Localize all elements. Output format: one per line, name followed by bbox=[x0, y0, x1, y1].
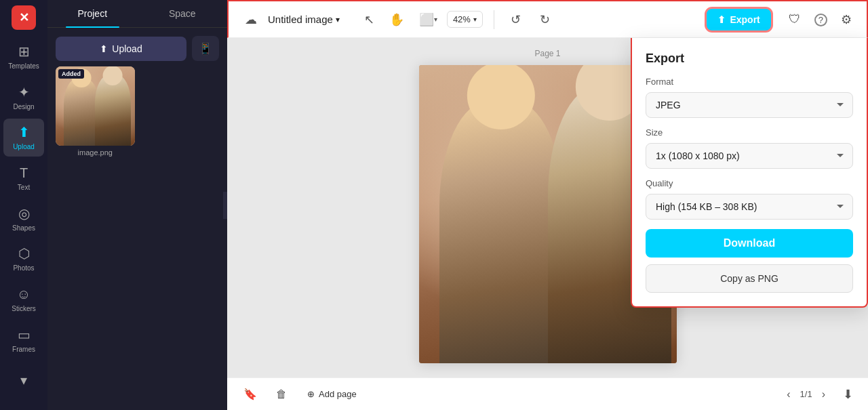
frames-icon: ▭ bbox=[18, 327, 31, 343]
image-card-inner: Added bbox=[56, 66, 135, 146]
sidebar-collapse-btn[interactable]: ▾ bbox=[3, 361, 44, 399]
image-filename: image.png bbox=[56, 148, 135, 157]
person-left-figure bbox=[64, 78, 99, 145]
mobile-icon: 📱 bbox=[199, 43, 212, 54]
redo-icon: ↻ bbox=[540, 13, 550, 26]
sidebar-item-shapes[interactable]: ◎ Shapes bbox=[3, 199, 44, 237]
add-page-label: Add page bbox=[319, 389, 357, 399]
redo-button[interactable]: ↻ bbox=[534, 8, 555, 31]
sidebar-item-text[interactable]: T Text bbox=[3, 159, 44, 197]
shapes-icon: ◎ bbox=[18, 205, 30, 222]
tab-space[interactable]: Space bbox=[138, 0, 228, 27]
download-button[interactable]: Download bbox=[646, 229, 853, 258]
image-grid: Added image.png bbox=[56, 66, 219, 157]
prev-page-icon: ‹ bbox=[787, 388, 790, 400]
sidebar-item-templates[interactable]: ⊞ Templates bbox=[3, 38, 44, 76]
download-icon: ⬇ bbox=[843, 388, 853, 401]
page-counter: 1/1 bbox=[800, 389, 812, 399]
sidebar-item-label: Photos bbox=[13, 264, 34, 272]
chevron-down-icon: ▾ bbox=[20, 372, 27, 388]
size-label: Size bbox=[646, 127, 853, 138]
trash-button[interactable]: 🗑 bbox=[271, 384, 292, 405]
export-panel: Export Format JPEG PNG PDF SVG GIF Size … bbox=[631, 38, 868, 308]
download-icon-button[interactable]: ⬇ bbox=[839, 383, 857, 406]
sidebar-item-label: Templates bbox=[8, 62, 39, 70]
person-right-figure bbox=[95, 75, 130, 146]
panel-tabs: Project Space bbox=[47, 0, 227, 28]
hand-tool-button[interactable]: ✋ bbox=[384, 8, 410, 31]
tab-project[interactable]: Project bbox=[47, 0, 138, 27]
page-label: Page 1 bbox=[534, 49, 560, 58]
settings-button[interactable]: ⚙ bbox=[837, 8, 856, 31]
stickers-icon: ☺ bbox=[17, 287, 31, 302]
text-icon: T bbox=[20, 165, 28, 181]
added-badge: Added bbox=[58, 69, 84, 79]
upload-btn-icon: ⬆ bbox=[100, 43, 108, 54]
prev-page-button[interactable]: ‹ bbox=[781, 384, 795, 405]
page-navigation: ‹ 1/1 › bbox=[781, 384, 831, 405]
topbar-divider-1 bbox=[494, 10, 494, 29]
head-right-figure bbox=[103, 66, 123, 85]
trash-icon: 🗑 bbox=[276, 388, 287, 400]
help-button[interactable]: ? bbox=[810, 8, 831, 30]
title-chevron-icon: ▾ bbox=[336, 15, 340, 24]
size-select[interactable]: 1x (1080 x 1080 px) 2x (2160 x 2160 px) … bbox=[646, 143, 853, 169]
sidebar-item-design[interactable]: ✦ Design bbox=[3, 78, 44, 116]
quality-label: Quality bbox=[646, 178, 853, 188]
panel-collapse-handle[interactable]: › bbox=[223, 192, 227, 219]
zoom-control[interactable]: 42% ▾ bbox=[447, 11, 483, 28]
cursor-tool-button[interactable]: ↖ bbox=[359, 8, 380, 31]
cloud-save-button[interactable]: ☁ bbox=[239, 8, 262, 31]
photos-icon: ⬡ bbox=[18, 245, 30, 262]
topbar-left: ☁ Untitled image ▾ bbox=[239, 8, 340, 31]
mobile-icon-button[interactable]: 📱 bbox=[192, 36, 219, 61]
sidebar-item-label: Stickers bbox=[12, 305, 36, 312]
topbar-right-icons: 🛡 ? ⚙ bbox=[785, 8, 856, 31]
export-label: Export bbox=[730, 14, 760, 25]
topbar-tools: ↖ ✋ ⬜ ▾ 42% ▾ bbox=[359, 8, 483, 31]
export-panel-title: Export bbox=[646, 52, 853, 66]
help-icon: ? bbox=[814, 14, 827, 26]
panel-content: Added image.png bbox=[47, 66, 227, 410]
canvas-person-left bbox=[439, 101, 563, 363]
topbar: ☁ Untitled image ▾ ↖ ✋ ⬜ ▾ 42% ▾ bbox=[227, 0, 868, 38]
undo-button[interactable]: ↺ bbox=[505, 8, 526, 31]
format-label: Format bbox=[646, 77, 853, 87]
document-title[interactable]: Untitled image ▾ bbox=[268, 14, 340, 25]
settings-icon: ⚙ bbox=[841, 13, 852, 26]
add-page-button[interactable]: ⊕ Add page bbox=[300, 385, 363, 403]
sidebar-item-label: Upload bbox=[13, 143, 35, 150]
sidebar-item-upload[interactable]: ⬆ Upload bbox=[3, 119, 44, 157]
panel: Project Space ⬆ Upload 📱 bbox=[47, 0, 227, 410]
canvas-head-left bbox=[467, 65, 535, 129]
next-page-icon: › bbox=[822, 388, 825, 400]
sidebar-item-label: Frames bbox=[12, 346, 35, 353]
sidebar-item-frames[interactable]: ▭ Frames bbox=[3, 321, 44, 358]
next-page-button[interactable]: › bbox=[816, 384, 831, 405]
app-logo[interactable]: ✕ bbox=[12, 5, 36, 30]
image-card[interactable]: Added bbox=[56, 66, 135, 146]
upload-action-row: ⬆ Upload 📱 bbox=[56, 36, 219, 61]
export-button[interactable]: ⬆ Export bbox=[707, 9, 770, 30]
shield-button[interactable]: 🛡 bbox=[785, 8, 805, 30]
quality-select[interactable]: High (154 KB – 308 KB) Medium (80 KB – 1… bbox=[646, 194, 853, 220]
cloud-icon: ☁ bbox=[245, 12, 257, 27]
format-select[interactable]: JPEG PNG PDF SVG GIF bbox=[646, 92, 853, 118]
title-text: Untitled image bbox=[268, 14, 333, 25]
upload-btn-label: Upload bbox=[112, 43, 142, 54]
sidebar-item-stickers[interactable]: ☺ Stickers bbox=[3, 281, 44, 319]
copy-png-button[interactable]: Copy as PNG bbox=[646, 264, 853, 293]
canvas-bottombar: 🔖 🗑 ⊕ Add page ‹ 1/1 › ⬇ bbox=[227, 377, 868, 410]
upload-icon: ⬆ bbox=[18, 124, 30, 140]
canvas-area: ☁ Untitled image ▾ ↖ ✋ ⬜ ▾ 42% ▾ bbox=[227, 0, 868, 410]
shield-icon: 🛡 bbox=[789, 12, 801, 26]
sidebar: ✕ ⊞ Templates ✦ Design ⬆ Upload T Text ◎… bbox=[0, 0, 47, 410]
frame-tool-button[interactable]: ⬜ ▾ bbox=[414, 8, 443, 31]
upload-button[interactable]: ⬆ Upload bbox=[56, 37, 186, 61]
frame-icon: ⬜ bbox=[419, 12, 434, 27]
sidebar-item-photos[interactable]: ⬡ Photos bbox=[3, 240, 44, 278]
bookmark-button[interactable]: 🔖 bbox=[238, 384, 262, 405]
cursor-icon: ↖ bbox=[364, 12, 374, 27]
export-upload-icon: ⬆ bbox=[717, 14, 726, 25]
bookmark-icon: 🔖 bbox=[243, 388, 257, 400]
